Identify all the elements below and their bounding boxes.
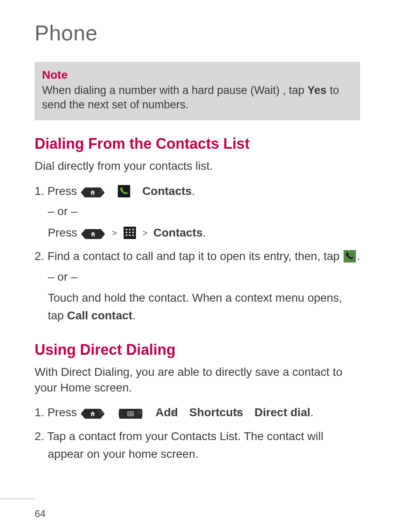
section-intro: With Direct Dialing, you are able to dir…: [35, 364, 360, 396]
period: .: [192, 185, 195, 197]
period: .: [310, 406, 313, 419]
step-2: 2. Find a contact to call and tap it to …: [35, 247, 360, 325]
period: .: [357, 250, 360, 262]
section-dialing-from-contacts: Dialing From the Contacts List Dial dire…: [35, 135, 360, 325]
step2-alt: Touch and hold the contact. When a conte…: [48, 289, 360, 325]
or-separator: – or –: [48, 202, 360, 220]
manual-page: Phone Note When dialing a number with a …: [0, 0, 393, 532]
contacts-label: Contacts: [143, 185, 192, 197]
step-1: 1. Press > > Add > Shortcuts: [35, 403, 360, 421]
step1-alt: Press > > Contacts.: [48, 224, 360, 241]
note-text: When dialing a number with a hard pause …: [42, 84, 339, 111]
section-intro: Dial directly from your contacts list.: [35, 158, 360, 174]
dialpad-icon: [124, 227, 136, 239]
step2-followup-after: .: [132, 309, 136, 322]
chevron-right-icon: >: [112, 226, 117, 240]
step1-prefix: 1. Press: [35, 185, 80, 197]
home-key-icon: [81, 229, 105, 239]
chevron-right-icon: >: [143, 226, 148, 240]
page-number: 64: [35, 508, 46, 520]
section-heading: Dialing From the Contacts List: [35, 135, 360, 152]
step2-text: 2. Find a contact to call and tap it to …: [35, 250, 343, 262]
phone-app-icon: [118, 185, 130, 197]
shortcuts-label: Shortcuts: [189, 406, 243, 419]
note-box: Note When dialing a number with a hard p…: [35, 62, 360, 120]
contacts-label: Contacts: [153, 226, 203, 239]
call-icon: [344, 250, 356, 262]
footer-rule: [0, 499, 35, 499]
note-text-before: When dialing a number with a hard pause …: [42, 84, 307, 96]
section-heading: Using Direct Dialing: [35, 341, 360, 359]
note-bold: Yes: [307, 84, 327, 96]
period: .: [203, 226, 206, 239]
step-1: 1. Press > > Contacts. – or – Press: [35, 182, 360, 241]
or-separator: – or –: [48, 268, 360, 286]
step1-prefix: 1. Press: [35, 406, 80, 419]
note-label: Note: [42, 68, 353, 82]
step-2: 2. Tap a contact from your Contacts List…: [35, 427, 360, 463]
direct-dial-label: Direct dial: [255, 406, 310, 419]
call-contact-label: Call contact: [67, 309, 133, 322]
section-direct-dialing: Using Direct Dialing With Direct Dialing…: [35, 341, 360, 463]
press-label: Press: [48, 226, 80, 239]
page-title: Phone: [35, 21, 360, 45]
